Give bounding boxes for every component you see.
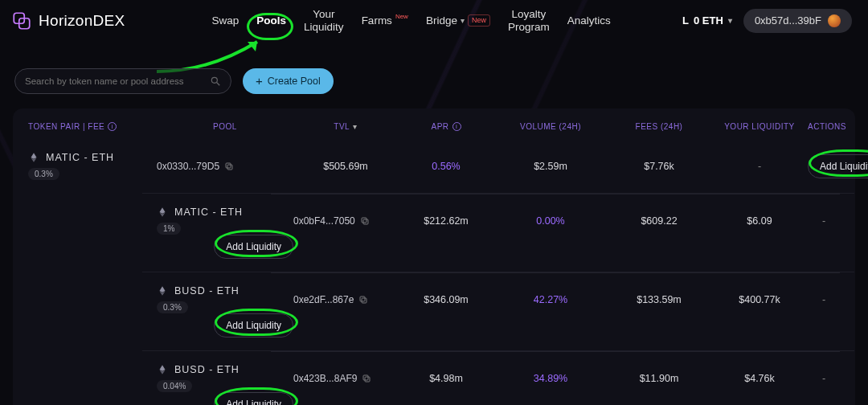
pair-text: MATIC - ETH: [46, 152, 114, 163]
th-fees[interactable]: FEES (24H): [607, 122, 711, 131]
th-pair[interactable]: TOKEN PAIR | FEEi: [28, 122, 157, 131]
brand-logo[interactable]: HorizonDEX: [11, 10, 125, 31]
create-pool-label: Create Pool: [268, 76, 321, 87]
pair-text: BUSD - ETH: [174, 285, 240, 297]
fees-value: $400.77k: [711, 294, 808, 305]
chevron-down-icon: ▾: [461, 16, 465, 26]
eth-icon: [157, 207, 168, 218]
table-row: BUSD - ETH 0.04% 0x423B...8AF9 $4.98m 34…: [142, 350, 854, 405]
tvl-value: $505.69m: [293, 161, 398, 172]
table-row: BUSD - ETH 0.3% 0xe2dF...867e $346.09m 4…: [142, 272, 854, 350]
table-header: TOKEN PAIR | FEEi POOL TVL ▾ APR i VOLUM…: [14, 117, 854, 139]
volume-value: $133.59m: [607, 294, 711, 305]
fees-value: $4.76k: [711, 373, 808, 384]
svg-point-2: [211, 77, 217, 83]
table-row: MATIC - ETH 1% 0x0bF4...7050 $212.62m 0.…: [142, 193, 854, 272]
pool-address[interactable]: 0x0bF4...7050: [293, 215, 398, 227]
new-badge-icon: New: [468, 14, 490, 26]
top-nav: HorizonDEX Swap Pools Your Liquidity Far…: [0, 0, 868, 44]
balance-text: 0 ETH: [694, 14, 723, 27]
svg-rect-9: [360, 297, 365, 301]
tvl-value: $4.98m: [398, 373, 494, 384]
logo-icon: [11, 10, 32, 31]
nav-swap[interactable]: Swap: [212, 14, 240, 27]
info-icon: i: [108, 122, 117, 131]
pair-text: BUSD - ETH: [174, 364, 240, 375]
tvl-value: $346.09m: [398, 294, 494, 305]
nav-farms[interactable]: Farms New: [362, 14, 408, 27]
pair-cell: BUSD - ETH 0.04%: [157, 364, 293, 392]
apr-value: 0.00%: [494, 215, 607, 227]
copy-icon[interactable]: [360, 216, 370, 226]
brand-text: HorizonDEX: [39, 12, 125, 30]
wallet-avatar-icon: [828, 14, 841, 27]
add-liquidity-button[interactable]: Add Liquidity: [214, 313, 293, 338]
svg-rect-6: [363, 219, 368, 224]
nav-right: L 0 ETH ▾ 0xb57d...39bF: [682, 9, 852, 33]
nav-pools[interactable]: Pools: [256, 14, 286, 27]
th-apr[interactable]: APR i: [398, 122, 494, 131]
actions-cell: Add Liquidity: [808, 154, 868, 178]
wallet-address[interactable]: 0xb57d...39bF: [743, 9, 852, 33]
copy-icon[interactable]: [224, 162, 234, 171]
chain-icon: L: [682, 14, 689, 27]
info-icon: i: [452, 122, 461, 131]
copy-icon[interactable]: [362, 374, 371, 383]
fees-value: $7.76k: [607, 161, 711, 172]
tools-row: + Create Pool: [0, 44, 868, 108]
tvl-value: $212.62m: [398, 215, 494, 227]
pool-address[interactable]: 0x0330...79D5: [157, 161, 293, 172]
nav-items: Swap Pools Your Liquidity Farms New Brid…: [212, 8, 611, 33]
eth-icon: [157, 285, 168, 297]
add-liquidity-button[interactable]: Add Liquidity: [214, 235, 293, 259]
chain-balance[interactable]: L 0 ETH ▾: [682, 14, 732, 27]
eth-icon: [28, 152, 39, 163]
search-icon: [210, 76, 221, 87]
actions-cell: Add Liquidity: [157, 235, 293, 259]
your-liquidity-value: -: [808, 294, 840, 305]
fee-badge: 0.3%: [157, 301, 188, 313]
pair-text: MATIC - ETH: [174, 207, 243, 218]
th-your-liquidity[interactable]: YOUR LIQUIDITY: [711, 122, 808, 131]
th-actions: ACTIONS: [808, 122, 846, 131]
volume-value: $2.59m: [494, 161, 607, 172]
apr-value: 34.89%: [494, 373, 607, 384]
svg-rect-5: [226, 163, 231, 168]
fee-badge: 0.3%: [28, 168, 59, 180]
chevron-down-icon: ▾: [353, 122, 358, 131]
your-liquidity-value: -: [711, 161, 808, 172]
volume-value: $11.90m: [607, 373, 711, 384]
search-input[interactable]: [25, 76, 203, 86]
svg-rect-8: [362, 298, 366, 303]
svg-rect-10: [365, 377, 370, 382]
pool-address[interactable]: 0xe2dF...867e: [293, 294, 398, 305]
fee-badge: 0.04%: [157, 380, 192, 392]
new-badge-icon: New: [395, 13, 408, 20]
pool-address[interactable]: 0x423B...8AF9: [293, 373, 398, 384]
nav-bridge[interactable]: Bridge ▾ New: [426, 14, 490, 27]
your-liquidity-value: -: [808, 373, 840, 384]
actions-cell: Add Liquidity: [157, 392, 293, 405]
svg-rect-4: [227, 165, 232, 170]
nav-your-liquidity[interactable]: Your Liquidity: [304, 8, 344, 33]
create-pool-button[interactable]: + Create Pool: [243, 68, 334, 94]
svg-line-3: [217, 83, 220, 86]
copy-icon[interactable]: [358, 295, 368, 305]
table-row: MATIC - ETH 0.3% 0x0330...79D5 $505.69m …: [14, 139, 854, 193]
th-vol[interactable]: VOLUME (24H): [494, 122, 607, 131]
address-text: 0xb57d...39bF: [755, 14, 821, 27]
your-liquidity-value: -: [808, 215, 840, 227]
add-liquidity-button[interactable]: Add Liquidity: [808, 154, 868, 178]
nav-analytics[interactable]: Analytics: [567, 14, 611, 27]
apr-value: 0.56%: [398, 161, 494, 172]
search-input-wrap[interactable]: [14, 68, 231, 94]
apr-value: 42.27%: [494, 294, 607, 305]
svg-rect-11: [363, 375, 368, 380]
th-pool[interactable]: POOL: [157, 122, 293, 131]
th-tvl[interactable]: TVL ▾: [293, 122, 398, 131]
add-liquidity-button[interactable]: Add Liquidity: [214, 392, 293, 405]
svg-rect-7: [362, 218, 366, 223]
eth-icon: [157, 364, 168, 375]
pair-cell: MATIC - ETH 0.3%: [28, 152, 157, 180]
nav-loyalty[interactable]: Loyalty Program: [508, 8, 550, 33]
